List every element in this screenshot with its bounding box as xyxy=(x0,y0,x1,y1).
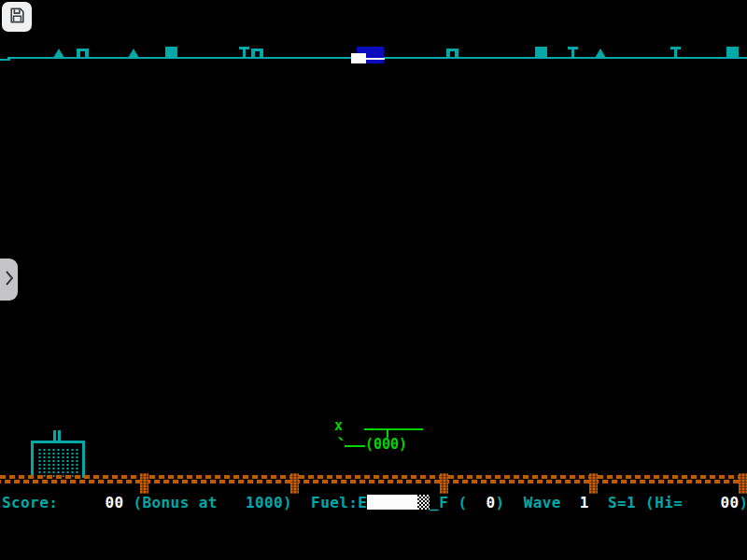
fuel-gauge xyxy=(367,495,430,510)
fuel-gauge-fill xyxy=(367,495,417,510)
status-text-segment: 0 xyxy=(486,494,496,511)
helicopter-body: (000) xyxy=(365,438,407,452)
chevron-right-icon xyxy=(1,268,18,292)
skyline-sprite-block xyxy=(535,47,547,59)
tower-stem xyxy=(674,47,677,58)
status-text-segment: ) xyxy=(739,494,747,511)
fence-post xyxy=(290,473,299,494)
floppy-disk-icon xyxy=(8,7,26,28)
save-button[interactable] xyxy=(2,2,32,32)
fence-post xyxy=(440,473,448,494)
tower-stem xyxy=(571,47,574,58)
skyline-sprite-pillars xyxy=(446,49,458,59)
ground-texture-row xyxy=(0,480,747,483)
status-text-segment: 00 xyxy=(720,494,739,511)
fence-post xyxy=(140,473,148,494)
ground-strip xyxy=(0,475,747,484)
skyline-sprite-station xyxy=(351,47,385,65)
ground-texture-row xyxy=(0,475,747,479)
skyline-sprite-block xyxy=(726,47,739,59)
status-text-segment: (Bonus at 1000) Fuel:E xyxy=(123,494,367,511)
skyline-sprite-tree xyxy=(595,49,606,58)
skyline-sprite-pillars xyxy=(251,49,263,59)
sidebar-toggle-button[interactable] xyxy=(0,259,18,301)
status-text-segment: Score: xyxy=(2,494,105,511)
status-text-segment: 00 xyxy=(105,494,123,511)
skyline-sprite-tower xyxy=(568,47,578,58)
skyline-sprite-tree xyxy=(128,49,139,58)
helicopter-sprite: x ` (000) xyxy=(331,417,430,456)
skyline-sprite-block xyxy=(165,47,177,59)
helicopter-tail-boom xyxy=(345,445,365,447)
fence-post xyxy=(739,473,747,494)
fuel-depot xyxy=(31,430,85,478)
status-text-segment: S=1 (Hi= xyxy=(589,494,720,511)
status-text-segment: ) Wave xyxy=(496,494,580,511)
fuel-gauge-partial xyxy=(417,495,430,510)
helicopter-main-rotor xyxy=(364,428,423,430)
station-pad xyxy=(351,53,366,63)
fence-post xyxy=(589,473,598,494)
status-bar: Score: 00 (Bonus at 1000) Fuel:E_F ( 0) … xyxy=(2,494,747,512)
skyline-sprite-pillars xyxy=(77,49,89,59)
game-screen[interactable]: x ` (000) Score: 00 (Bonus at 1000) Fuel… xyxy=(0,0,747,560)
status-text-segment: 1 xyxy=(580,494,589,511)
skyline-sprite-tree xyxy=(53,49,64,58)
skyline-sprite-tower xyxy=(239,47,249,58)
tower-stem xyxy=(243,47,246,58)
helicopter-tail-rotor: x xyxy=(334,419,343,433)
horizon-line-stub xyxy=(0,59,10,61)
station-runway xyxy=(365,58,385,60)
status-text-segment: _F ( xyxy=(430,494,486,511)
skyline-sprite-tower xyxy=(670,47,681,58)
depot-tank-fill-pattern xyxy=(37,448,78,477)
